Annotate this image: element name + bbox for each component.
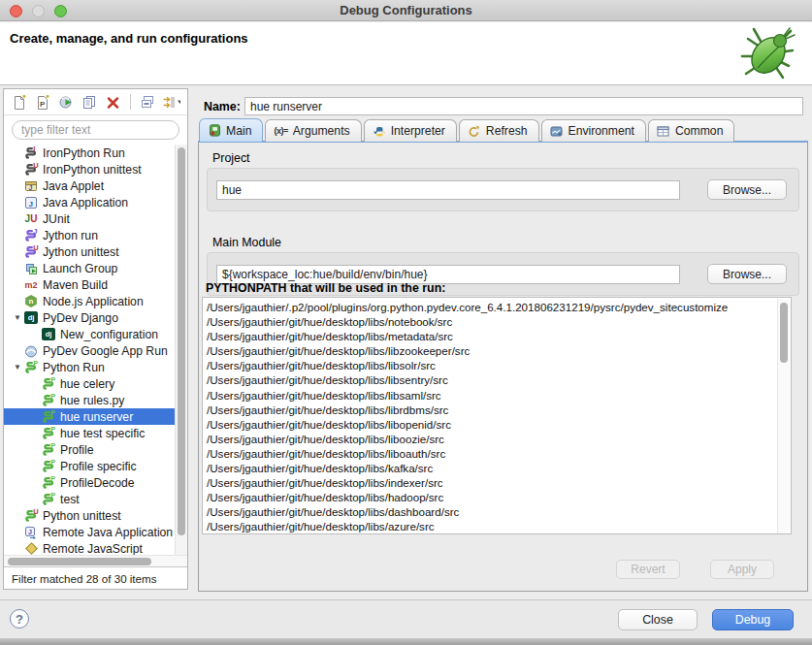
pythonpath-entry[interactable]: /Users/jgauthier/git/hue/desktop/libs/me… [207,329,791,343]
project-label: Project [212,151,250,165]
tree-item-test[interactable]: Ptest [4,491,175,507]
collapse-all-icon[interactable] [139,93,157,112]
pythonpath-entry[interactable]: /Users/jgauthier/git/hue/desktop/libs/li… [207,372,791,387]
svg-text:P: P [50,393,55,401]
tree-item-hue-test-specific[interactable]: Phue test specific [4,425,175,441]
python-run-icon: P [41,426,56,441]
name-label: Name: [204,100,241,113]
tab-main[interactable]: Main [199,118,263,142]
tree-item-label: Python Run [43,361,105,374]
tree-item-java-applet[interactable]: JJava Applet [4,177,175,194]
svg-text:P: P [50,442,55,450]
svg-text:U: U [33,508,38,516]
tree-item-label: Profile specific [60,460,137,473]
expander-icon[interactable]: ▼ [12,313,23,322]
project-input[interactable] [216,180,680,200]
remote-java-icon: J [23,525,39,540]
svg-text:U: U [33,244,38,252]
delete-icon[interactable] [104,93,122,112]
tree-item-remote-java-application[interactable]: JRemote Java Application [4,524,175,540]
pythonpath-entry[interactable]: /Users/jgauthier/git/hue/desktop/libs/da… [207,504,791,519]
pythonpath-entry[interactable]: /Users/jgauthier/git/hue/desktop/libs/li… [207,358,791,372]
java-applet-icon: J [23,178,39,194]
pythonpath-entry[interactable]: /Users/jgauthier/git/hue/desktop/libs/ha… [207,490,791,504]
django-config-icon: dj [41,327,56,342]
tab-interpreter[interactable]: Interpreter [364,119,457,142]
tab-common[interactable]: Common [648,119,734,142]
tree-item-profiledecode[interactable]: PProfileDecode [4,474,175,491]
pythonpath-entry[interactable]: /Users/jgauthier/git/hue/desktop/libs/li… [207,388,791,403]
tree-item-pydev-google-app-run[interactable]: PyDev Google App Run [4,342,175,359]
pythonpath-entry[interactable]: /Users/jgauthier/git/hue/desktop/libs/in… [207,475,791,490]
duplicate-icon[interactable] [81,93,99,112]
tree-item-profile-specific[interactable]: PProfile specific [4,458,175,474]
tree-item-jython-run[interactable]: JJython run [4,227,175,243]
main-module-browse-button[interactable]: Browse... [707,264,787,284]
pythonpath-entry[interactable]: /Users/jgauthier/git/hue/desktop/libs/li… [207,432,791,446]
tree-item-hue-runserver[interactable]: Phue runserver [4,408,175,425]
tree-item-remote-javascript[interactable]: Remote JavaScript [4,540,175,555]
svg-text:P: P [40,100,46,109]
apply-button[interactable]: Apply [710,560,774,579]
pythonpath-entry[interactable]: /Users/jgauthier/git/hue/desktop/libs/ka… [207,461,791,475]
debug-button[interactable]: Debug [712,609,794,630]
filter-input[interactable] [12,120,179,140]
svg-text:J: J [33,228,37,236]
window-title: Debug Configurations [0,3,812,17]
pydev-gae-icon [23,343,39,359]
pythonpath-entry[interactable]: /Users/jgauthier/git/hue/desktop/libs/no… [207,314,791,329]
pythonpath-entry[interactable]: /Users/jgauthier/git/hue/desktop/libs/li… [207,446,791,461]
tree-item-maven-build[interactable]: m2Maven Build [4,276,175,293]
pythonpath-entry[interactable]: /Users/jgauthier/.p2/pool/plugins/org.py… [207,300,791,314]
tree-item-label: hue runserver [60,410,133,424]
tree-horizontal-scrollbar[interactable] [4,555,187,566]
jython-unittest-icon: U [23,244,39,260]
tree-item-launch-group[interactable]: Launch Group [4,260,175,276]
pythonpath-label: PYTHONPATH that will be used in the run: [206,281,445,295]
tab-refresh[interactable]: Refresh [459,119,539,142]
tab-label: Interpreter [391,124,445,138]
svg-text:P: P [50,426,55,434]
tree-item-junit[interactable]: JUJUnit [4,210,175,227]
tree-item-pydev-django[interactable]: ▼djPyDev Django [4,309,175,326]
revert-button[interactable]: Revert [616,560,680,579]
tree-item-hue-rules-py[interactable]: Phue rules.py [4,392,175,408]
tree-item-hue-celery[interactable]: Phue celery [4,375,175,392]
tree-item-ironpython-unittest[interactable]: UIronPython unittest [4,161,175,177]
expander-icon[interactable]: ▼ [12,363,23,371]
tree-item-ironpython-run[interactable]: IIronPython Run [4,145,175,161]
pythonpath-entry[interactable]: /Users/jgauthier/git/hue/desktop/libs/li… [207,343,791,358]
tree-item-jython-unittest[interactable]: UJython unittest [4,243,175,260]
filter-status-text: Filter matched 28 of 30 items [4,566,187,585]
project-browse-button[interactable]: Browse... [707,179,787,200]
new-prototype-icon[interactable]: P [34,93,52,112]
tree-item-python-unittest[interactable]: UPython unittest [4,507,175,524]
export-launch-icon[interactable] [57,93,76,112]
tree-vertical-scrollbar[interactable] [175,145,187,555]
window-bottom-edge [0,638,812,645]
close-button[interactable]: Close [618,609,698,630]
pythonpath-entry[interactable]: /Users/jgauthier/git/hue/desktop/libs/li… [207,403,791,417]
debug-bug-icon [732,23,800,85]
tab-environment[interactable]: Environment [541,119,646,142]
dialog-footer: ? Close Debug [0,599,812,638]
name-input[interactable] [244,97,803,115]
pythonpath-scrollbar[interactable] [777,299,790,534]
tree-item-label: Python unittest [43,509,121,523]
tree-item-new-configuration[interactable]: djNew_configuration [4,326,175,342]
tree-item-node-js-application[interactable]: nNode.js Application [4,293,175,309]
main-tab-icon [208,124,221,137]
tree-item-profile[interactable]: PProfile [4,441,175,458]
tree-item-java-application[interactable]: JJava Application [4,194,175,210]
help-icon[interactable]: ? [10,609,29,629]
new-configuration-icon[interactable] [11,93,29,112]
tree-item-label: IronPython Run [43,146,125,160]
tree-item-label: PyDev Django [43,311,118,325]
tree-item-python-run[interactable]: ▼PPython Run [4,359,175,375]
tab-label: Common [675,124,723,138]
tab-arguments[interactable]: (x)=Arguments [265,119,361,142]
filter-launch-icon[interactable] [162,93,180,112]
svg-text:I: I [33,145,35,153]
pythonpath-entry[interactable]: /Users/jgauthier/git/hue/desktop/libs/az… [207,519,791,533]
pythonpath-entry[interactable]: /Users/jgauthier/git/hue/desktop/libs/li… [207,417,791,432]
